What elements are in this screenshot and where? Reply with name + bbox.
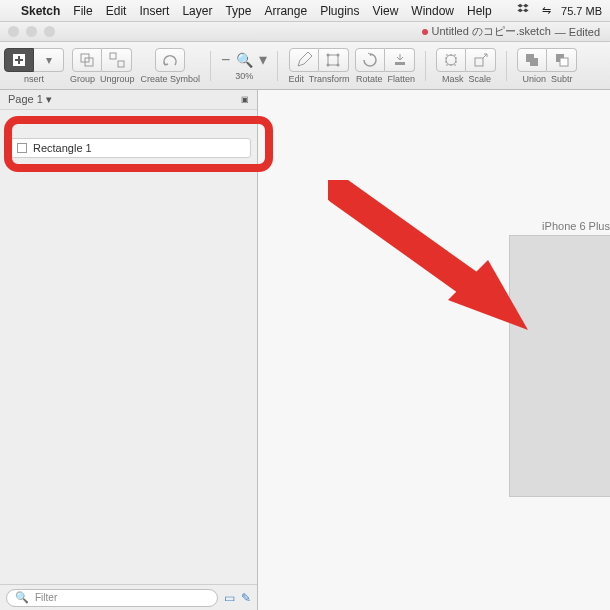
app-menu[interactable]: Sketch xyxy=(21,4,60,18)
toolbar-separator xyxy=(210,51,211,81)
filter-input[interactable]: 🔍 Filter xyxy=(6,589,218,607)
artboard-label[interactable]: iPhone 6 Plus xyxy=(542,220,610,232)
menubar-status: ⇋ 75.7 MB xyxy=(516,2,602,20)
macos-menubar: Sketch File Edit Insert Layer Type Arran… xyxy=(0,0,610,22)
chevron-down-icon: ▾ xyxy=(46,93,52,105)
window-controls[interactable] xyxy=(8,26,55,37)
menu-view[interactable]: View xyxy=(373,4,399,18)
toolbar-separator xyxy=(425,51,426,81)
mask-scale-label: Mask Scale xyxy=(442,74,491,84)
filter-pages-icon[interactable]: ▭ xyxy=(224,591,235,605)
canvas[interactable]: iPhone 6 Plus xyxy=(258,90,610,610)
scale-button[interactable] xyxy=(466,48,496,72)
svg-point-9 xyxy=(337,53,340,56)
menu-type[interactable]: Type xyxy=(225,4,251,18)
document-edited-label: — Edited xyxy=(555,26,600,38)
toolbar: ▾ nsert Group Ungroup Create Symbol − 🔍 … xyxy=(0,42,610,90)
zoom-dropdown[interactable]: ▾ xyxy=(259,50,267,69)
svg-point-13 xyxy=(446,55,456,65)
zoom-icon[interactable]: 🔍 xyxy=(236,52,253,68)
menu-arrange[interactable]: Arrange xyxy=(264,4,307,18)
artboard[interactable] xyxy=(510,236,610,496)
create-symbol-button[interactable] xyxy=(155,48,185,72)
annotation-arrow-icon xyxy=(328,180,528,330)
layers-sidebar: Page 1 ▾ ▣ Rectangle 1 🔍 Filter ▭ ✎ xyxy=(0,90,258,610)
svg-rect-7 xyxy=(328,55,338,65)
layer-row[interactable]: Rectangle 1 xyxy=(10,138,251,158)
menu-help[interactable]: Help xyxy=(467,4,492,18)
menu-layer[interactable]: Layer xyxy=(182,4,212,18)
memory-status: 75.7 MB xyxy=(561,5,602,17)
svg-rect-2 xyxy=(15,59,23,61)
layers-list: Rectangle 1 xyxy=(0,110,257,584)
union-subtract-label: Union Subtr xyxy=(522,74,572,84)
zoom-out-button[interactable]: − xyxy=(221,51,230,69)
chevron-down-icon: ▾ xyxy=(46,53,52,67)
close-icon[interactable] xyxy=(8,26,19,37)
svg-line-18 xyxy=(338,190,478,290)
menu-edit[interactable]: Edit xyxy=(106,4,127,18)
svg-rect-12 xyxy=(395,62,405,65)
svg-point-8 xyxy=(327,53,330,56)
ungroup-button[interactable] xyxy=(102,48,132,72)
document-title: Untitled のコピー.sketch xyxy=(432,24,551,39)
transform-button[interactable] xyxy=(319,48,349,72)
subtract-button[interactable] xyxy=(547,48,577,72)
rectangle-icon xyxy=(17,143,27,153)
main-area: Page 1 ▾ ▣ Rectangle 1 🔍 Filter ▭ ✎ iPho… xyxy=(0,90,610,610)
menu-file[interactable]: File xyxy=(73,4,92,18)
dropbox-icon[interactable] xyxy=(516,2,532,20)
menu-plugins[interactable]: Plugins xyxy=(320,4,359,18)
svg-rect-6 xyxy=(118,61,124,67)
filter-slice-icon[interactable]: ✎ xyxy=(241,591,251,605)
insert-dropdown[interactable]: ▾ xyxy=(34,48,64,72)
menu-window[interactable]: Window xyxy=(411,4,454,18)
flatten-button[interactable] xyxy=(385,48,415,72)
pages-toggle-icon[interactable]: ▣ xyxy=(241,95,249,104)
rotate-flatten-label: Rotate Flatten xyxy=(356,74,415,84)
sync-icon[interactable]: ⇋ xyxy=(542,4,551,17)
insert-label: nsert xyxy=(24,74,44,84)
insert-button[interactable] xyxy=(4,48,34,72)
rotate-button[interactable] xyxy=(355,48,385,72)
svg-point-11 xyxy=(337,63,340,66)
svg-point-10 xyxy=(327,63,330,66)
minimize-icon[interactable] xyxy=(26,26,37,37)
zoom-level: 30% xyxy=(235,71,253,81)
toolbar-separator xyxy=(506,51,507,81)
toolbar-separator xyxy=(277,51,278,81)
sidebar-footer: 🔍 Filter ▭ ✎ xyxy=(0,584,257,610)
edit-transform-label: Edit Transform xyxy=(288,74,349,84)
svg-rect-5 xyxy=(110,53,116,59)
mask-button[interactable] xyxy=(436,48,466,72)
unsaved-indicator-icon xyxy=(422,29,428,35)
filter-placeholder: Filter xyxy=(35,592,57,603)
window-titlebar: Untitled のコピー.sketch — Edited xyxy=(0,22,610,42)
create-symbol-label: Create Symbol xyxy=(141,74,201,84)
search-icon: 🔍 xyxy=(15,591,29,604)
edit-button[interactable] xyxy=(289,48,319,72)
maximize-icon[interactable] xyxy=(44,26,55,37)
menu-insert[interactable]: Insert xyxy=(139,4,169,18)
svg-rect-17 xyxy=(560,58,568,66)
layer-name: Rectangle 1 xyxy=(33,142,92,154)
group-ungroup-label: Group Ungroup xyxy=(70,74,135,84)
pages-selector[interactable]: Page 1 ▾ ▣ xyxy=(0,90,257,110)
union-button[interactable] xyxy=(517,48,547,72)
group-button[interactable] xyxy=(72,48,102,72)
svg-rect-15 xyxy=(475,58,483,66)
